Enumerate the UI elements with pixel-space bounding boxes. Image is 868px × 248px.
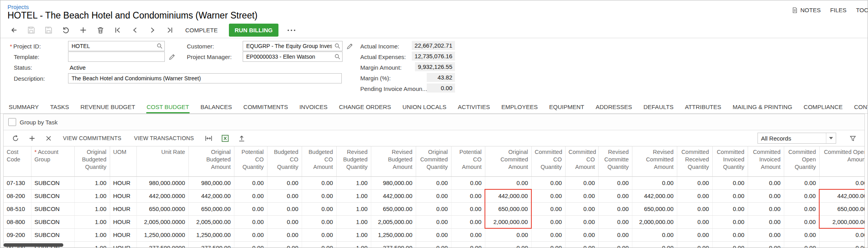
grid-cell[interactable]: 0.00: [565, 241, 598, 248]
grid-cell[interactable]: 0.00: [302, 189, 336, 202]
tools-button[interactable]: TOOLS: [856, 7, 868, 13]
column-header-revised-budgeted-amount[interactable]: Revised Budgeted Amount: [371, 146, 416, 176]
grid-cell[interactable]: 0.00: [565, 176, 598, 189]
grid-cell[interactable]: 0.00: [784, 176, 819, 189]
grid-cell[interactable]: 442,000.00: [819, 189, 864, 202]
grid-cell[interactable]: 1,250,000.00: [371, 228, 416, 241]
grid-cell[interactable]: 08-200: [4, 189, 31, 202]
tab-activities[interactable]: ACTIVITIES: [457, 101, 490, 113]
table-row[interactable]: 09-200SUBCON1.00HOUR1,250,000.00001,250,…: [4, 228, 864, 241]
grid-cell[interactable]: 0.00: [632, 176, 677, 189]
grid-cell[interactable]: 1.00: [74, 176, 110, 189]
column-header-committed-open-amount[interactable]: Committed Open Amount: [819, 146, 864, 176]
column-header-unit-rate[interactable]: Unit Rate: [136, 146, 188, 176]
column-header-original-budgeted-amount[interactable]: Original Budgeted Amount: [188, 146, 234, 176]
edit-customer-pencil-icon[interactable]: [346, 43, 353, 50]
grid-cell[interactable]: 0.00: [416, 189, 451, 202]
grid-cell[interactable]: 0.00: [565, 202, 598, 215]
tab-commitments[interactable]: COMMITMENTS: [243, 101, 288, 113]
grid-cell[interactable]: 0.00: [712, 189, 748, 202]
upload-button[interactable]: [234, 131, 249, 145]
grid-cell[interactable]: 0.00: [531, 215, 565, 228]
grid-cell[interactable]: 1.00: [336, 202, 371, 215]
filter-settings-button[interactable]: [845, 131, 861, 145]
grid-cell[interactable]: 650,000.00: [188, 202, 234, 215]
tab-addresses[interactable]: ADDRESSES: [595, 101, 632, 113]
grid-cell[interactable]: 0.00: [267, 176, 302, 189]
grid-cell[interactable]: 08-510: [4, 202, 31, 215]
grid-cell[interactable]: 0.00: [677, 202, 712, 215]
grid-cell[interactable]: 1.00: [336, 215, 371, 228]
grid-cell[interactable]: 0.00: [712, 202, 748, 215]
grid-cell[interactable]: 2,000,000.00: [632, 215, 677, 228]
column-header-revised-committed-amount[interactable]: Revised Committed Amount: [632, 146, 677, 176]
records-filter-select[interactable]: All Records: [757, 133, 836, 144]
grid-cell[interactable]: 1.00: [336, 228, 371, 241]
grid-cell[interactable]: 0.00: [234, 241, 267, 248]
grid-cell[interactable]: 0.00: [416, 215, 451, 228]
column-header-committed-received-quantity[interactable]: Committed Received Quantity: [677, 146, 712, 176]
grid-cell[interactable]: HOUR: [110, 228, 136, 241]
grid-cell[interactable]: 0.00: [632, 241, 677, 248]
grid-cell[interactable]: 0.00: [784, 202, 819, 215]
grid-cell[interactable]: 980,000.0000: [136, 176, 188, 189]
column-header-committed-invoiced-amount[interactable]: Committed Invoiced Amount: [748, 146, 784, 176]
project-id-input[interactable]: [68, 41, 165, 51]
complete-button[interactable]: COMPLETE: [178, 27, 225, 33]
column-header-potential-co-amount[interactable]: Potential CO Amount: [451, 146, 485, 176]
breadcrumb[interactable]: Projects: [7, 4, 29, 10]
grid-cell[interactable]: 0.00: [598, 241, 632, 248]
grid-cell[interactable]: 0.00: [485, 176, 531, 189]
grid-cell[interactable]: 0.00: [531, 202, 565, 215]
grid-cell[interactable]: 0.00: [677, 189, 712, 202]
grid-cell[interactable]: 0.00: [302, 202, 336, 215]
grid-cell[interactable]: 1.00: [336, 189, 371, 202]
grid-cell[interactable]: 2,005,000.00: [371, 215, 416, 228]
grid-cell[interactable]: 0.00: [748, 189, 784, 202]
view-commitments-button[interactable]: VIEW COMMITMENTS: [57, 135, 127, 141]
grid-cell[interactable]: 650,000.00: [632, 202, 677, 215]
grid-cell[interactable]: 377,500.0000: [136, 241, 188, 248]
notes-button[interactable]: NOTES: [792, 7, 821, 13]
back-button[interactable]: [5, 23, 22, 37]
grid-cell[interactable]: 0.00: [234, 189, 267, 202]
grid-cell[interactable]: 2,000,000.00: [819, 215, 864, 228]
grid-cell[interactable]: HOUR: [110, 215, 136, 228]
project-manager-input[interactable]: [243, 52, 343, 62]
add-row-button[interactable]: [24, 131, 40, 145]
add-record-button[interactable]: [74, 23, 92, 37]
grid-cell[interactable]: 0.00: [531, 189, 565, 202]
grid-cell[interactable]: HOUR: [110, 176, 136, 189]
grid-cell[interactable]: 0.00: [302, 215, 336, 228]
grid-cell[interactable]: 0.00: [784, 189, 819, 202]
column-header-committed-invoiced-quantity[interactable]: Committed Invoiced Quantity: [712, 146, 748, 176]
tab-change-orders[interactable]: CHANGE ORDERS: [339, 101, 392, 113]
customer-input[interactable]: [243, 41, 343, 51]
grid-cell[interactable]: SUBCON: [31, 215, 74, 228]
grid-cell[interactable]: SUBCON: [31, 176, 74, 189]
grid-cell[interactable]: 0.00: [485, 241, 531, 248]
grid-cell[interactable]: 0.00: [451, 189, 485, 202]
grid-cell[interactable]: 377,500.00: [371, 241, 416, 248]
grid-cell[interactable]: 0.00: [267, 228, 302, 241]
column-header-original-budgeted-quantity[interactable]: Original Budgeted Quantity: [74, 146, 110, 176]
grid-cell[interactable]: 0.00: [302, 176, 336, 189]
grid-cell[interactable]: 0.00: [712, 241, 748, 248]
grid-cell[interactable]: 0.00: [598, 228, 632, 241]
tab-attributes[interactable]: ATTRIBUTES: [684, 101, 721, 113]
grid-cell[interactable]: 442,000.0000: [136, 189, 188, 202]
grid-cell[interactable]: SUBCON: [31, 189, 74, 202]
horizontal-scrollbar-thumb[interactable]: [4, 243, 63, 247]
grid-cell[interactable]: 0.00: [598, 215, 632, 228]
grid-cell[interactable]: HOUR: [110, 189, 136, 202]
lookup-icon[interactable]: [334, 43, 341, 49]
grid-cell[interactable]: 0.00: [416, 202, 451, 215]
lookup-icon[interactable]: [157, 43, 163, 49]
tab-compliance[interactable]: COMPLIANCE: [803, 101, 843, 113]
column-header-uom[interactable]: UOM: [110, 146, 136, 176]
tab-invoices[interactable]: INVOICES: [299, 101, 328, 113]
table-row[interactable]: 08-200SUBCON1.00HOUR442,000.0000442,000.…: [4, 189, 864, 202]
grid-cell[interactable]: 0.00: [712, 228, 748, 241]
grid-cell[interactable]: 0.00: [416, 241, 451, 248]
column-header-cost-code[interactable]: Cost Code: [4, 146, 31, 176]
